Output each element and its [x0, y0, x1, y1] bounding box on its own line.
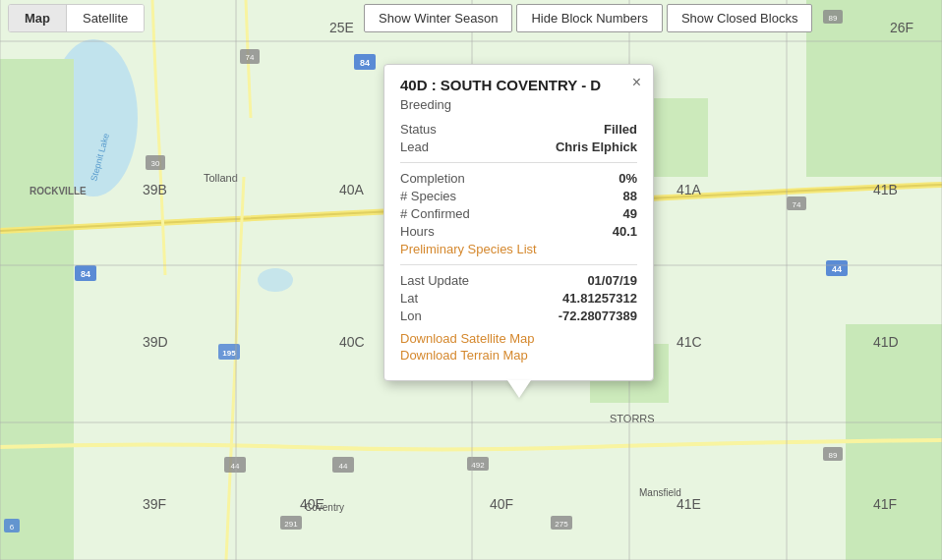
svg-text:30: 30	[151, 159, 160, 168]
svg-text:Coventry: Coventry	[305, 502, 344, 513]
svg-text:Tolland: Tolland	[204, 172, 238, 184]
last-update-label: Last Update	[400, 273, 469, 288]
completion-label: Completion	[400, 171, 465, 186]
map-container: 84 84 44 195 30 74 44 44 6	[0, 0, 942, 560]
map-button[interactable]: Map	[9, 5, 67, 31]
lead-label: Lead	[400, 140, 429, 154]
svg-text:74: 74	[246, 53, 255, 62]
download-terrain-link[interactable]: Download Terrain Map	[400, 348, 637, 363]
popup-last-update-row: Last Update 01/07/19	[400, 273, 637, 288]
popup-status-row: Status Filled	[400, 122, 637, 137]
species-list-link[interactable]: Preliminary Species List	[400, 242, 637, 256]
popup-divider-2	[400, 264, 637, 265]
popup-confirmed-row: # Confirmed 49	[400, 206, 637, 221]
svg-text:Mansfield: Mansfield	[639, 487, 681, 498]
map-type-selector: Map Satellite	[8, 4, 145, 32]
last-update-value: 01/07/19	[587, 273, 637, 288]
status-label: Status	[400, 122, 437, 137]
toggle-buttons: Show Winter Season Hide Block Numbers Sh…	[364, 4, 812, 32]
popup-lon-row: Lon -72.28077389	[400, 308, 637, 323]
svg-text:84: 84	[360, 58, 370, 68]
satellite-button[interactable]: Satellite	[67, 5, 144, 31]
popup-completion-row: Completion 0%	[400, 171, 637, 186]
confirmed-label: # Confirmed	[400, 206, 470, 221]
popup-lead-row: Lead Chris Elphick	[400, 140, 637, 154]
lat-label: Lat	[400, 291, 418, 306]
closed-blocks-button[interactable]: Show Closed Blocks	[667, 4, 813, 32]
confirmed-value: 49	[623, 206, 637, 221]
hours-value: 40.1	[613, 224, 637, 239]
svg-text:44: 44	[339, 462, 348, 471]
svg-rect-3	[0, 59, 74, 560]
popup-close-button[interactable]: ×	[632, 75, 641, 90]
popup-divider-1	[400, 162, 637, 163]
svg-text:275: 275	[555, 520, 568, 529]
svg-text:195: 195	[222, 349, 236, 358]
svg-text:74: 74	[793, 200, 801, 209]
popup-hours-row: Hours 40.1	[400, 224, 637, 239]
toolbar: Map Satellite Show Winter Season Hide Bl…	[0, 0, 942, 36]
lead-value: Chris Elphick	[556, 140, 637, 154]
download-satellite-link[interactable]: Download Satellite Map	[400, 331, 637, 346]
block-numbers-button[interactable]: Hide Block Numbers	[516, 4, 663, 32]
lat-value: 41.81257312	[562, 291, 637, 306]
hours-label: Hours	[400, 224, 435, 239]
lon-value: -72.28077389	[559, 308, 637, 323]
svg-text:89: 89	[829, 451, 838, 460]
popup-species-row: # Species 88	[400, 189, 637, 203]
popup-title: 40D : SOUTH COVENTRY - D	[400, 77, 637, 93]
lon-label: Lon	[400, 308, 422, 323]
popup-subtitle: Breeding	[400, 97, 637, 112]
svg-text:44: 44	[231, 462, 240, 471]
species-value: 88	[623, 189, 637, 203]
status-value: Filled	[604, 122, 637, 137]
svg-text:ROCKVILLE: ROCKVILLE	[29, 186, 87, 196]
popup-lat-row: Lat 41.81257312	[400, 291, 637, 306]
species-label: # Species	[400, 189, 456, 203]
winter-season-button[interactable]: Show Winter Season	[364, 4, 512, 32]
svg-point-2	[258, 268, 293, 292]
completion-value: 0%	[618, 171, 637, 186]
svg-text:291: 291	[284, 520, 298, 529]
popup-card: × 40D : SOUTH COVENTRY - D Breeding Stat…	[383, 64, 654, 381]
svg-text:84: 84	[81, 269, 90, 279]
svg-text:492: 492	[471, 461, 485, 470]
svg-text:6: 6	[10, 523, 15, 532]
